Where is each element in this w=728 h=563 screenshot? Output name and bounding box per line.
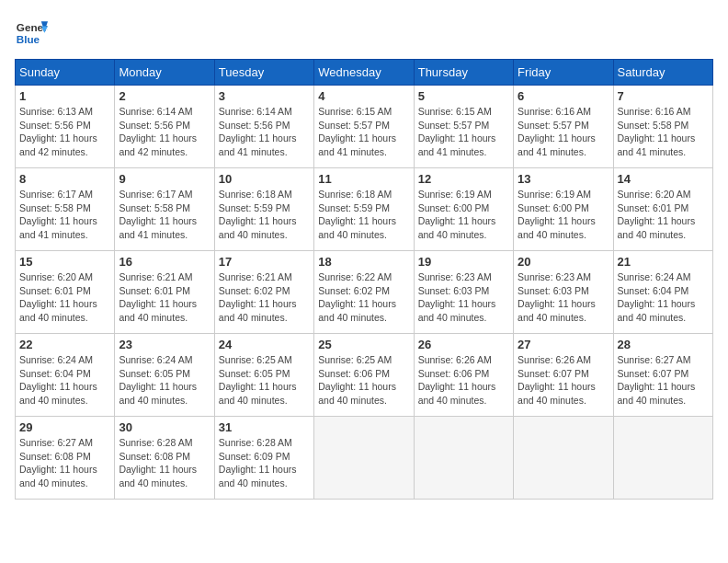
day-number: 6 (518, 89, 609, 103)
day-number: 11 (318, 172, 409, 186)
day-number: 31 (219, 420, 310, 434)
day-number: 14 (618, 172, 709, 186)
day-info: Sunrise: 6:16 AM Sunset: 5:57 PM Dayligh… (518, 105, 609, 159)
empty-cell (514, 417, 613, 500)
day-number: 27 (518, 338, 609, 351)
day-cell-19: 19 Sunrise: 6:23 AM Sunset: 6:03 PM Dayl… (414, 251, 513, 334)
week-row-5: 29 Sunrise: 6:27 AM Sunset: 6:08 PM Dayl… (16, 417, 713, 500)
empty-cell (414, 417, 513, 500)
day-cell-9: 9 Sunrise: 6:17 AM Sunset: 5:58 PM Dayli… (115, 168, 214, 251)
weekday-header-tuesday: Tuesday (214, 60, 313, 86)
week-row-4: 22 Sunrise: 6:24 AM Sunset: 6:04 PM Dayl… (16, 334, 713, 417)
weekday-header-row: SundayMondayTuesdayWednesdayThursdayFrid… (16, 60, 713, 86)
day-number: 25 (318, 338, 409, 351)
day-cell-23: 23 Sunrise: 6:24 AM Sunset: 6:05 PM Dayl… (115, 334, 214, 417)
week-row-3: 15 Sunrise: 6:20 AM Sunset: 6:01 PM Dayl… (16, 251, 713, 334)
day-cell-8: 8 Sunrise: 6:17 AM Sunset: 5:58 PM Dayli… (16, 168, 115, 251)
day-number: 22 (19, 338, 110, 351)
day-info: Sunrise: 6:19 AM Sunset: 6:00 PM Dayligh… (418, 188, 509, 242)
day-cell-11: 11 Sunrise: 6:18 AM Sunset: 5:59 PM Dayl… (314, 168, 414, 251)
day-cell-17: 17 Sunrise: 6:21 AM Sunset: 6:02 PM Dayl… (214, 251, 313, 334)
day-cell-2: 2 Sunrise: 6:14 AM Sunset: 5:56 PM Dayli… (115, 86, 214, 168)
day-cell-27: 27 Sunrise: 6:26 AM Sunset: 6:07 PM Dayl… (514, 334, 613, 417)
week-row-1: 1 Sunrise: 6:13 AM Sunset: 5:56 PM Dayli… (16, 86, 713, 168)
day-number: 10 (219, 172, 310, 186)
day-cell-3: 3 Sunrise: 6:14 AM Sunset: 5:56 PM Dayli… (214, 86, 313, 168)
logo-icon: General Blue (15, 15, 48, 48)
day-info: Sunrise: 6:16 AM Sunset: 5:58 PM Dayligh… (618, 105, 709, 159)
day-cell-1: 1 Sunrise: 6:13 AM Sunset: 5:56 PM Dayli… (16, 86, 115, 168)
page-header: General Blue (15, 15, 713, 48)
day-info: Sunrise: 6:17 AM Sunset: 5:58 PM Dayligh… (119, 188, 210, 242)
day-number: 12 (418, 172, 509, 186)
day-info: Sunrise: 6:21 AM Sunset: 6:01 PM Dayligh… (119, 270, 210, 325)
weekday-header-sunday: Sunday (16, 60, 115, 86)
day-number: 17 (219, 255, 310, 269)
day-info: Sunrise: 6:28 AM Sunset: 6:08 PM Dayligh… (119, 436, 210, 490)
day-info: Sunrise: 6:23 AM Sunset: 6:03 PM Dayligh… (418, 270, 509, 325)
day-cell-30: 30 Sunrise: 6:28 AM Sunset: 6:08 PM Dayl… (115, 417, 214, 500)
day-info: Sunrise: 6:22 AM Sunset: 6:02 PM Dayligh… (318, 270, 409, 325)
day-cell-20: 20 Sunrise: 6:23 AM Sunset: 6:03 PM Dayl… (514, 251, 613, 334)
day-info: Sunrise: 6:25 AM Sunset: 6:06 PM Dayligh… (318, 353, 409, 408)
empty-cell (613, 417, 712, 500)
week-row-2: 8 Sunrise: 6:17 AM Sunset: 5:58 PM Dayli… (16, 168, 713, 251)
weekday-header-wednesday: Wednesday (314, 60, 414, 86)
logo: General Blue (15, 15, 51, 48)
day-info: Sunrise: 6:27 AM Sunset: 6:07 PM Dayligh… (618, 353, 709, 408)
day-info: Sunrise: 6:17 AM Sunset: 5:58 PM Dayligh… (19, 188, 110, 242)
day-number: 9 (119, 172, 210, 186)
day-info: Sunrise: 6:15 AM Sunset: 5:57 PM Dayligh… (418, 105, 509, 159)
day-cell-4: 4 Sunrise: 6:15 AM Sunset: 5:57 PM Dayli… (314, 86, 414, 168)
day-info: Sunrise: 6:14 AM Sunset: 5:56 PM Dayligh… (219, 105, 310, 159)
day-number: 16 (119, 255, 210, 269)
day-number: 20 (518, 255, 609, 269)
day-cell-31: 31 Sunrise: 6:28 AM Sunset: 6:09 PM Dayl… (214, 417, 313, 500)
day-info: Sunrise: 6:24 AM Sunset: 6:04 PM Dayligh… (618, 270, 709, 325)
day-cell-5: 5 Sunrise: 6:15 AM Sunset: 5:57 PM Dayli… (414, 86, 513, 168)
day-cell-26: 26 Sunrise: 6:26 AM Sunset: 6:06 PM Dayl… (414, 334, 513, 417)
day-number: 3 (219, 89, 310, 103)
day-info: Sunrise: 6:21 AM Sunset: 6:02 PM Dayligh… (219, 270, 310, 325)
day-info: Sunrise: 6:13 AM Sunset: 5:56 PM Dayligh… (19, 105, 110, 159)
day-info: Sunrise: 6:14 AM Sunset: 5:56 PM Dayligh… (119, 105, 210, 159)
day-number: 2 (119, 89, 210, 103)
calendar: SundayMondayTuesdayWednesdayThursdayFrid… (15, 59, 713, 500)
day-info: Sunrise: 6:15 AM Sunset: 5:57 PM Dayligh… (318, 105, 409, 159)
day-cell-21: 21 Sunrise: 6:24 AM Sunset: 6:04 PM Dayl… (613, 251, 712, 334)
day-cell-10: 10 Sunrise: 6:18 AM Sunset: 5:59 PM Dayl… (214, 168, 313, 251)
day-number: 8 (19, 172, 110, 186)
day-info: Sunrise: 6:28 AM Sunset: 6:09 PM Dayligh… (219, 436, 310, 490)
day-cell-22: 22 Sunrise: 6:24 AM Sunset: 6:04 PM Dayl… (16, 334, 115, 417)
day-cell-15: 15 Sunrise: 6:20 AM Sunset: 6:01 PM Dayl… (16, 251, 115, 334)
weekday-header-saturday: Saturday (613, 60, 712, 86)
day-info: Sunrise: 6:23 AM Sunset: 6:03 PM Dayligh… (518, 270, 609, 325)
day-cell-25: 25 Sunrise: 6:25 AM Sunset: 6:06 PM Dayl… (314, 334, 414, 417)
empty-cell (314, 417, 414, 500)
day-cell-14: 14 Sunrise: 6:20 AM Sunset: 6:01 PM Dayl… (613, 168, 712, 251)
day-info: Sunrise: 6:24 AM Sunset: 6:05 PM Dayligh… (119, 353, 210, 408)
day-number: 15 (19, 255, 110, 269)
day-cell-7: 7 Sunrise: 6:16 AM Sunset: 5:58 PM Dayli… (613, 86, 712, 168)
day-cell-16: 16 Sunrise: 6:21 AM Sunset: 6:01 PM Dayl… (115, 251, 214, 334)
day-number: 26 (418, 338, 509, 351)
weekday-header-monday: Monday (115, 60, 214, 86)
day-cell-28: 28 Sunrise: 6:27 AM Sunset: 6:07 PM Dayl… (613, 334, 712, 417)
day-number: 30 (119, 420, 210, 434)
day-info: Sunrise: 6:25 AM Sunset: 6:05 PM Dayligh… (219, 353, 310, 408)
day-info: Sunrise: 6:19 AM Sunset: 6:00 PM Dayligh… (518, 188, 609, 242)
day-info: Sunrise: 6:18 AM Sunset: 5:59 PM Dayligh… (318, 188, 409, 242)
day-number: 23 (119, 338, 210, 351)
day-cell-6: 6 Sunrise: 6:16 AM Sunset: 5:57 PM Dayli… (514, 86, 613, 168)
day-number: 18 (318, 255, 409, 269)
day-info: Sunrise: 6:20 AM Sunset: 6:01 PM Dayligh… (618, 188, 709, 242)
day-number: 1 (19, 89, 110, 103)
svg-text:Blue: Blue (17, 33, 40, 45)
day-number: 7 (618, 89, 709, 103)
day-info: Sunrise: 6:26 AM Sunset: 6:06 PM Dayligh… (418, 353, 509, 408)
day-number: 4 (318, 89, 409, 103)
day-number: 28 (618, 338, 709, 351)
day-cell-24: 24 Sunrise: 6:25 AM Sunset: 6:05 PM Dayl… (214, 334, 313, 417)
day-cell-12: 12 Sunrise: 6:19 AM Sunset: 6:00 PM Dayl… (414, 168, 513, 251)
day-number: 24 (219, 338, 310, 351)
